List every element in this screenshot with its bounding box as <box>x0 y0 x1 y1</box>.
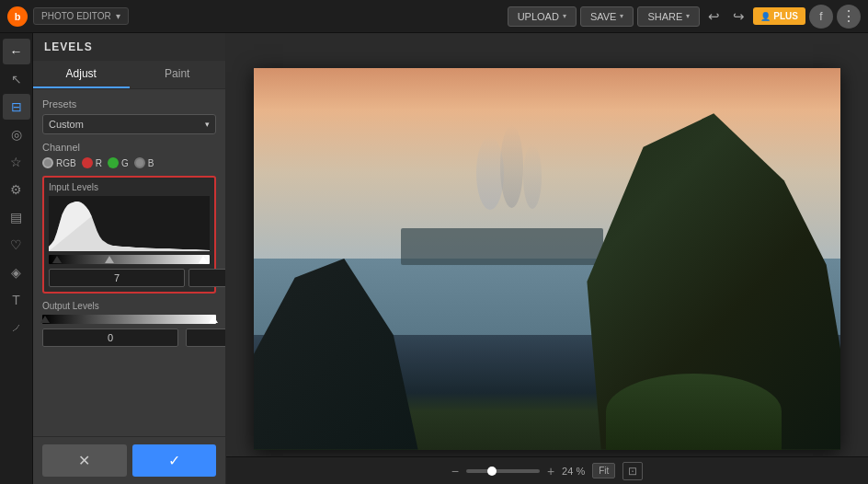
channel-g-dot <box>108 157 119 168</box>
app-logo: b <box>7 6 28 27</box>
iconbar-filter[interactable]: ◈ <box>3 259 30 285</box>
zoom-thumb <box>487 467 497 476</box>
iconbar-sliders[interactable]: ⊟ <box>3 94 30 120</box>
channel-rgb-dot <box>42 157 53 168</box>
photo-smoke2 <box>500 125 523 208</box>
presets-label: Presets <box>42 98 216 109</box>
iconbar-star[interactable]: ☆ <box>3 149 30 175</box>
channel-b[interactable]: B <box>134 157 154 168</box>
save-button[interactable]: SAVE ▾ <box>580 6 634 27</box>
zoom-out-icon[interactable]: − <box>451 464 459 478</box>
profile-avatar[interactable]: f <box>809 5 833 29</box>
main-area: ← ↖ ⊟ ◎ ☆ ⚙ ▤ ♡ ◈ T ⟋ LEVELS Adjust Pain… <box>0 33 868 484</box>
iconbar-text[interactable]: T <box>3 287 30 313</box>
iconbar-settings[interactable]: ⚙ <box>3 177 30 202</box>
channel-g[interactable]: G <box>108 157 129 168</box>
iconbar-back[interactable]: ← <box>3 39 30 64</box>
share-button[interactable]: SHARE ▾ <box>637 6 700 27</box>
photo-industry <box>401 228 603 265</box>
fullscreen-button[interactable]: ⊡ <box>622 462 643 480</box>
topbar: b PHOTO EDITOR ▾ UPLOAD ▾ SAVE ▾ SHARE ▾… <box>0 0 868 33</box>
bottom-bar: − + 24 % Fit ⊡ <box>226 456 868 484</box>
apply-button[interactable]: ✓ <box>132 444 217 477</box>
channel-r-dot <box>82 157 93 168</box>
output-black-value[interactable] <box>42 328 178 347</box>
zoom-in-icon[interactable]: + <box>547 464 554 478</box>
tab-adjust[interactable]: Adjust <box>33 61 130 88</box>
fit-button[interactable]: Fit <box>592 463 615 478</box>
input-mid-handle[interactable] <box>105 256 114 263</box>
input-mid-value[interactable] <box>188 269 225 287</box>
output-levels-label: Output Levels <box>42 301 216 311</box>
channel-r[interactable]: R <box>82 157 102 168</box>
iconbar-layers[interactable]: ▤ <box>3 204 30 230</box>
output-levels-section: Output Levels <box>42 301 216 347</box>
iconbar-cursor[interactable]: ↖ <box>3 66 30 92</box>
more-options[interactable]: ⋮ <box>837 5 861 29</box>
output-levels-inputs <box>42 328 216 347</box>
redo-button[interactable]: ↪ <box>728 6 749 27</box>
photo-container <box>254 68 840 450</box>
histogram <box>49 196 210 251</box>
panel-tabs: Adjust Paint <box>33 61 225 89</box>
levels-panel: LEVELS Adjust Paint Presets Custom ▾ Cha… <box>33 33 226 484</box>
channel-label: Channel <box>42 142 216 153</box>
panel-title: LEVELS <box>33 33 225 61</box>
iconbar-heart[interactable]: ♡ <box>3 232 30 258</box>
photo-green-hill <box>606 374 782 450</box>
undo-button[interactable]: ↩ <box>703 6 725 27</box>
output-slider-track[interactable] <box>42 315 216 324</box>
upload-button[interactable]: UPLOAD ▾ <box>508 6 577 27</box>
channel-row: RGB R G B <box>42 157 216 168</box>
input-slider-track[interactable] <box>49 255 210 264</box>
iconbar-brush[interactable]: ⟋ <box>3 315 30 340</box>
input-levels-box: Input Levels <box>42 176 216 294</box>
histogram-svg <box>49 196 210 251</box>
canvas-area: − + 24 % Fit ⊡ <box>226 33 868 484</box>
input-black-value[interactable] <box>49 269 185 287</box>
input-white-handle[interactable] <box>199 256 208 263</box>
iconbar-eye[interactable]: ◎ <box>3 121 30 147</box>
zoom-slider[interactable] <box>466 469 540 473</box>
input-black-handle[interactable] <box>52 256 62 263</box>
output-black-handle[interactable] <box>40 316 50 323</box>
output-white-value[interactable] <box>186 328 225 347</box>
iconbar: ← ↖ ⊟ ◎ ☆ ⚙ ▤ ♡ ◈ T ⟋ <box>0 33 33 484</box>
channel-rgb[interactable]: RGB <box>42 157 76 168</box>
plus-button[interactable]: 👤 PLUS <box>753 7 805 25</box>
panel-buttons: ✕ ✓ <box>33 436 225 484</box>
channel-b-dot <box>134 157 145 168</box>
output-white-handle[interactable] <box>209 316 218 323</box>
topbar-actions: UPLOAD ▾ SAVE ▾ SHARE ▾ ↩ ↪ 👤 PLUS f ⋮ <box>508 5 861 29</box>
zoom-percent: 24 % <box>562 466 585 477</box>
cancel-button[interactable]: ✕ <box>42 444 127 477</box>
input-levels-inputs <box>49 269 210 287</box>
input-levels-label: Input Levels <box>49 182 210 192</box>
preset-select[interactable]: Custom ▾ <box>42 114 216 134</box>
tab-paint[interactable]: Paint <box>130 61 226 88</box>
preset-row: Custom ▾ <box>42 114 216 134</box>
photo <box>254 68 840 450</box>
app-title-button[interactable]: PHOTO EDITOR ▾ <box>33 7 129 25</box>
panel-body: Presets Custom ▾ Channel RGB R <box>33 89 225 436</box>
